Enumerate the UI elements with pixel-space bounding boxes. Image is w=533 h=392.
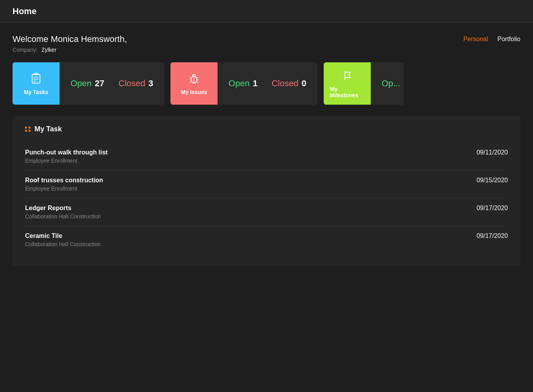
issues-open-stat: Open 1 — [228, 78, 257, 89]
task-info: Ledger Reports Collaboration Hall Constr… — [25, 205, 101, 220]
svg-line-6 — [197, 77, 198, 78]
task-name: Punch-out walk through list — [25, 149, 108, 156]
milestones-stats: Op... — [371, 62, 404, 105]
issues-card[interactable]: My Issues Open 1 Closed 0 — [170, 62, 317, 105]
task-project: Employee Enrollment — [25, 158, 108, 164]
task-date: 09/17/2020 — [477, 232, 508, 240]
task-name: Ceramic Tile — [25, 232, 101, 240]
milestones-open-stat: Op... — [382, 78, 401, 89]
company-name: Zylker — [42, 47, 56, 53]
task-name: Roof trusses construction — [25, 177, 103, 184]
task-date: 09/17/2020 — [477, 205, 508, 212]
issues-card-label: My Issues — [181, 89, 207, 95]
tasks-closed-stat: Closed 3 — [118, 78, 153, 89]
milestones-card[interactable]: My Milestones Op... — [324, 62, 404, 105]
task-info: Roof trusses construction Employee Enrol… — [25, 177, 103, 192]
nav-tabs: Personal Portfolio — [463, 34, 520, 43]
main-content: Welcome Monica Hemsworth, Company: Zylke… — [0, 23, 533, 277]
task-project: Collaboration Hall Construction — [25, 241, 101, 247]
issues-stats: Open 1 Closed 0 — [218, 62, 317, 105]
tasks-open-label: Open — [71, 78, 92, 89]
welcome-text: Welcome Monica Hemsworth, — [13, 34, 127, 44]
milestones-open-label: Op... — [382, 78, 401, 89]
dots-icon — [25, 127, 31, 132]
task-project: Employee Enrollment — [25, 185, 103, 192]
header: Home — [0, 0, 533, 23]
task-section-title: My Task — [34, 125, 62, 133]
issues-icon-block: My Issues — [170, 62, 218, 105]
tasks-icon-block: My Tasks — [13, 62, 60, 105]
tasks-closed-count: 3 — [149, 78, 153, 89]
table-row[interactable]: Ceramic Tile Collaboration Hall Construc… — [25, 226, 508, 254]
svg-rect-0 — [32, 74, 40, 83]
issues-closed-stat: Closed 0 — [272, 78, 306, 89]
svg-line-9 — [190, 82, 191, 83]
issues-open-count: 1 — [253, 78, 257, 89]
tasks-card[interactable]: My Tasks Open 27 Closed 3 — [13, 62, 164, 105]
cards-row: My Tasks Open 27 Closed 3 — [13, 62, 520, 105]
issues-open-label: Open — [228, 78, 250, 89]
task-name: Ledger Reports — [25, 205, 101, 212]
task-date: 09/15/2020 — [477, 177, 508, 184]
tasks-closed-label: Closed — [118, 78, 145, 89]
task-project: Collaboration Hall Construction — [25, 213, 101, 220]
table-row[interactable]: Roof trusses construction Employee Enrol… — [25, 171, 508, 198]
tasks-stats: Open 27 Closed 3 — [60, 62, 164, 105]
svg-line-5 — [190, 77, 191, 78]
tab-personal[interactable]: Personal — [463, 36, 488, 43]
tab-portfolio[interactable]: Portfolio — [497, 36, 520, 43]
page-title: Home — [13, 6, 36, 16]
milestones-card-label: My Milestones — [330, 86, 364, 98]
task-date: 09/11/2020 — [477, 149, 508, 156]
task-info: Punch-out walk through list Employee Enr… — [25, 149, 108, 164]
task-info: Ceramic Tile Collaboration Hall Construc… — [25, 232, 101, 247]
task-section-header: My Task — [25, 125, 508, 133]
table-row[interactable]: Punch-out walk through list Employee Enr… — [25, 143, 508, 171]
svg-line-10 — [197, 82, 198, 83]
tasks-icon — [29, 72, 43, 86]
tasks-open-stat: Open 27 — [71, 78, 104, 89]
milestones-icon-block: My Milestones — [324, 62, 371, 105]
task-list: Punch-out walk through list Employee Enr… — [25, 143, 508, 254]
issues-closed-label: Closed — [272, 78, 298, 89]
welcome-left: Welcome Monica Hemsworth, Company: Zylke… — [13, 34, 127, 53]
tasks-open-count: 27 — [95, 78, 104, 89]
milestones-icon — [340, 69, 354, 83]
welcome-row: Welcome Monica Hemsworth, Company: Zylke… — [13, 34, 520, 53]
tasks-card-label: My Tasks — [24, 89, 48, 95]
issues-closed-count: 0 — [302, 78, 306, 89]
issues-icon — [187, 72, 201, 86]
company-label: Company: — [13, 47, 38, 53]
task-section: My Task Punch-out walk through list Empl… — [13, 116, 520, 266]
table-row[interactable]: Ledger Reports Collaboration Hall Constr… — [25, 198, 508, 226]
company-row: Company: Zylker — [13, 47, 127, 53]
